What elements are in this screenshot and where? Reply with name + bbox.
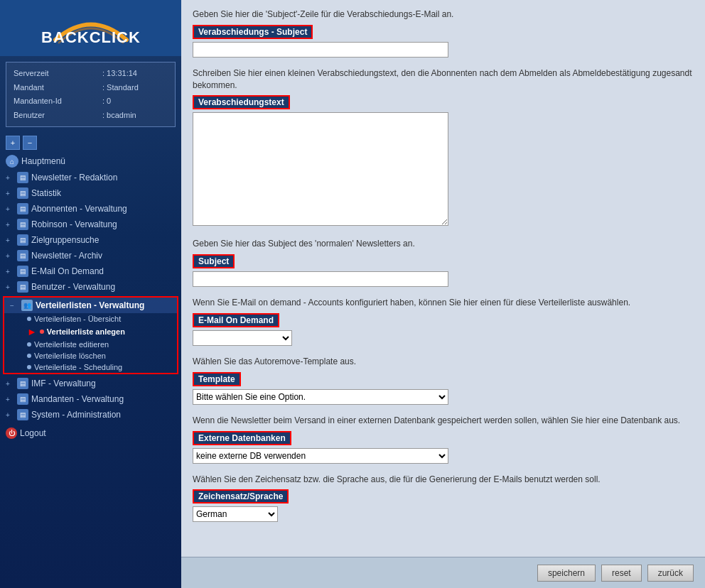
sidebar-item-zielgruppensuche[interactable]: + ▤ Zielgruppensuche [0,232,181,248]
sub-item-uebersicht[interactable]: Verteilerlisten - Übersicht [21,313,177,325]
collapse-all-icon[interactable]: − [23,136,37,150]
sidebar-item-abonnenten[interactable]: + ▤ Abonnenten - Verwaltung [0,201,181,217]
verabschiedungstext-group: Schreiben Sie hier einen kleinen Verabsc… [193,67,694,229]
bullet-icon [27,354,31,358]
sidebar-item-mandanten[interactable]: + ▤ Mandanten - Verwaltung [0,391,181,407]
input-verabschiedungs-subject[interactable] [193,42,448,58]
desc-email-on-demand: Wenn Sie E-Mail on demand - Accounts kon… [193,297,694,309]
desc-template: Wählen Sie das Autoremove-Template aus. [193,356,694,368]
nav-doc-icon: ▤ [17,393,28,405]
nav-doc-icon: ▤ [17,234,28,246]
sidebar-item-logout[interactable]: ⏻ Logout [0,425,181,441]
home-icon: ⌂ [6,155,18,168]
desc-verabschiedungs-subject: Geben Sie hier die 'Subject'-Zeile für d… [193,9,694,21]
speichern-button[interactable]: speichern [537,565,596,582]
footer-bar: speichern reset zurück [181,557,705,588]
expand-icon: + [6,205,13,213]
template-group: Wählen Sie das Autoremove-Template aus. … [193,356,694,405]
sidebar-item-newsletter-archiv[interactable]: + ▤ Newsletter - Archiv [0,248,181,263]
select-email-on-demand[interactable] [193,330,292,346]
nav-doc-icon: ▤ [17,187,28,199]
desc-subject: Geben Sie hier das Subject des 'normalen… [193,238,694,250]
label-email-on-demand: E-Mail On Demand [193,313,279,327]
label-verabschiedungs-subject: Verabschiedungs - Subject [193,25,313,39]
label-zeichensatz: Zeichensatz/Sprache [193,489,289,503]
verteilerlisten-section: − 👥 Verteilerlisten - Verwaltung Verteil… [3,296,178,374]
active-arrow-icon: ► [27,326,37,337]
reset-button[interactable]: reset [601,565,642,582]
nav-doc-icon: ▤ [17,378,28,389]
bullet-active-icon [40,330,44,334]
expand-icon: + [6,283,13,291]
sidebar-item-robinson[interactable]: + ▤ Robinson - Verwaltung [0,217,181,232]
sub-item-anlegen[interactable]: ► Verteilerliste anlegen [21,325,177,339]
label-subject: Subject [193,254,235,268]
sidebar-toolbar: + − [0,133,181,153]
sidebar-item-hauptmenu[interactable]: ⌂ Hauptmenü [0,153,181,170]
sub-item-editieren[interactable]: Verteilerliste editieren [21,339,177,350]
content-area: Geben Sie hier die 'Subject'-Zeile für d… [181,0,705,557]
select-externe-datenbanken[interactable]: keine externe DB verwenden [193,448,448,464]
nav-doc-icon: ▤ [17,266,28,277]
bullet-icon [27,317,31,321]
expand-icon: + [6,396,13,403]
select-zeichensatz[interactable]: German [193,506,278,522]
desc-verabschiedungstext: Schreiben Sie hier einen kleinen Verabsc… [193,67,694,92]
svg-text:BACKCLICK: BACKCLICK [41,28,141,46]
expand-icon: + [6,190,13,197]
input-subject[interactable] [193,271,448,287]
logo-area: BACKCLICK [0,0,181,56]
sidebar-item-email-on-demand[interactable]: + ▤ E-Mail On Demand [0,263,181,279]
logout-icon: ⏻ [6,428,17,439]
sub-item-scheduling[interactable]: Verteilerliste - Scheduling [21,361,177,373]
expand-icon: + [6,411,13,419]
bullet-icon [27,365,31,369]
zeichensatz-group: Wählen Sie den Zeichensatz bzw. die Spra… [193,474,694,523]
bullet-icon [27,342,31,347]
label-template: Template [193,372,241,386]
verabschiedungs-subject-group: Geben Sie hier die 'Subject'-Zeile für d… [193,9,694,58]
email-on-demand-group: Wenn Sie E-Mail on demand - Accounts kon… [193,297,694,346]
expand-all-icon[interactable]: + [6,136,20,150]
server-info: Serverzeit : 13:31:14 Mandant : Standard… [6,62,176,127]
expand-icon: + [6,380,13,388]
nav-doc-icon: ▤ [17,281,28,293]
desc-zeichensatz: Wählen Sie den Zeichensatz bzw. die Spra… [193,474,694,486]
sidebar-item-newsletter-redaktion[interactable]: + ▤ Newsletter - Redaktion [0,170,181,185]
sidebar-item-system-admin[interactable]: + ▤ System - Administration [0,407,181,423]
nav-doc-icon: ▤ [17,409,28,420]
expand-icon: + [6,252,13,260]
label-verabschiedungstext: Verabschiedungstext [193,95,290,109]
expand-icon: + [6,221,13,229]
sidebar-item-benutzer[interactable]: + ▤ Benutzer - Verwaltung [0,279,181,295]
expand-icon: − [10,302,17,310]
nav-doc-icon: ▤ [17,203,28,214]
select-template[interactable]: Bitte wählen Sie eine Option. [193,389,448,405]
textarea-verabschiedungstext[interactable] [193,112,448,226]
nav-doc-icon: ▤ [17,250,28,261]
nav-people-icon: 👥 [21,300,33,311]
verteilerlisten-submenu: Verteilerlisten - Übersicht ► Verteilerl… [21,313,177,373]
sidebar-item-statistik[interactable]: + ▤ Statistik [0,185,181,201]
expand-icon: + [6,236,13,244]
sub-item-loeschen[interactable]: Verteilerliste löschen [21,350,177,361]
expand-icon: + [6,174,13,182]
zurueck-button[interactable]: zurück [647,565,694,582]
subject-group: Geben Sie hier das Subject des 'normalen… [193,238,694,287]
expand-icon: + [6,268,13,276]
sidebar-item-imf[interactable]: + ▤ IMF - Verwaltung [0,376,181,391]
nav-doc-icon: ▤ [17,172,28,183]
sidebar-item-verteilerlisten[interactable]: − 👥 Verteilerlisten - Verwaltung [4,298,177,313]
externe-datenbanken-group: Wenn die Newsletter beim Versand in eine… [193,415,694,464]
nav-doc-icon: ▤ [17,219,28,230]
desc-externe-datenbanken: Wenn die Newsletter beim Versand in eine… [193,415,694,427]
label-externe-datenbanken: Externe Datenbanken [193,431,291,445]
